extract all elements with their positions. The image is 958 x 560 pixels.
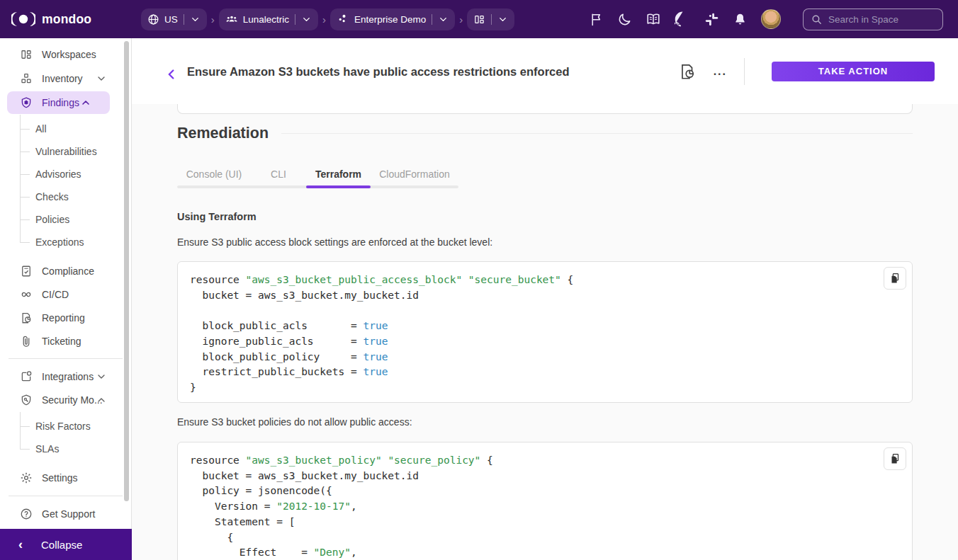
flag-button[interactable] [589,12,604,27]
paperclip-icon [20,335,33,348]
sidebar-item-risk-factors[interactable]: Risk Factors [0,415,131,438]
workspace-selector[interactable] [467,8,514,30]
sidebar-item-vulnerabilities[interactable]: Vulnerabilities [0,140,131,163]
sidebar-item-reporting[interactable]: Reporting [0,306,131,329]
sidebar-item-label: All [35,123,47,135]
gear-icon [20,472,33,484]
page-title: Ensure Amazon S3 buckets have public acc… [187,65,570,79]
search-box[interactable] [803,8,943,30]
org-label: Lunalectric [243,14,289,25]
chip-divider [295,14,295,25]
chevron-down-icon[interactable] [96,73,107,84]
breadcrumb: US › Lunalectric › [141,8,514,30]
avatar[interactable] [761,9,781,29]
code-line: bucket = aws_s3_bucket.my_bucket.id [190,288,900,304]
sidebar-item-label: Inventory [42,73,83,84]
sidebar-item-inventory[interactable]: Inventory [0,67,131,91]
findings-shield-bug-icon [20,96,33,109]
region-label: US [164,14,178,25]
chevron-down-icon[interactable] [301,14,312,25]
sidebar-item-exceptions[interactable]: Exceptions [0,231,131,253]
more-options-button[interactable]: ... [714,65,727,78]
remediation-paragraph-1: Ensure S3 public access block settings a… [177,236,492,248]
sidebar-item-compliance[interactable]: Compliance [0,259,131,282]
chevron-down-icon[interactable] [190,14,201,25]
chevron-down-icon[interactable] [96,371,107,382]
sidebar-item-get-support[interactable]: Get Support [0,502,131,526]
chevron-up-icon[interactable] [80,97,91,108]
chevron-down-icon[interactable] [497,14,508,25]
compliance-icon [20,265,33,278]
copy-button[interactable] [884,267,906,290]
chevron-right-separator: › [459,13,463,25]
search-input[interactable] [828,14,928,25]
findings-subnav: All Vulnerabilities Advisories Checks Po… [0,118,131,253]
report-button[interactable] [678,62,697,81]
security-subnav: Risk Factors SLAs [0,415,131,460]
sidebar-item-label: Integrations [42,371,94,382]
sidebar-item-label: Settings [42,472,78,484]
bell-icon [733,12,748,27]
main-content: Ensure Amazon S3 buckets have public acc… [132,38,958,560]
sidebar-item-cicd[interactable]: CI/CD [0,282,131,306]
chevron-up-icon[interactable] [96,394,107,406]
theme-toggle-button[interactable] [617,12,632,27]
previous-card-bottom [177,104,913,114]
tab-cloudformation[interactable]: CloudFormation [371,163,458,185]
sidebar-item-integrations[interactable]: Integrations [0,365,131,388]
org-selector[interactable]: Lunalectric [219,8,318,30]
remediation-tabs: Console (UI) CLI Terraform CloudFormatio… [177,163,458,188]
sidebar-item-label: Exceptions [35,236,84,248]
remediation-paragraph-2: Ensure S3 bucket policies do not allow p… [177,416,412,428]
slack-button[interactable] [704,12,719,27]
reporting-icon [20,312,33,324]
sidebar-item-ticketing[interactable]: Ticketing [0,329,131,353]
code-block-terraform-bucket-policy: resource "aws_s3_bucket_policy" "secure_… [177,442,913,560]
sidebar-item-findings-all[interactable]: All [0,118,131,140]
chevron-left-icon: ‹ [18,537,23,552]
copy-button[interactable] [884,447,906,470]
sidebar: Workspaces Inventory Findings A [0,38,132,560]
sidebar-item-policies[interactable]: Policies [0,208,131,231]
sidebar-item-label: Get Support [42,508,96,520]
sidebar-item-workspaces[interactable]: Workspaces [0,42,131,67]
code-line: } [190,380,900,396]
sidebar-item-slas[interactable]: SLAs [0,438,131,460]
sidebar-item-label: Risk Factors [35,421,91,432]
header-actions: ... TAKE ACTION [678,38,935,104]
moon-icon [617,12,632,27]
tab-terraform[interactable]: Terraform [306,163,371,185]
chevron-right-separator: › [322,13,326,25]
remediation-subheading: Using Terraform [177,211,257,222]
github-button[interactable] [675,11,691,28]
sidebar-item-checks[interactable]: Checks [0,185,131,208]
sidebar-item-label: Reporting [42,312,85,324]
brand-name: mondoo [42,12,91,27]
tab-console-ui[interactable]: Console (UI) [177,163,251,185]
region-selector[interactable]: US [141,8,207,30]
brand[interactable]: mondoo [0,11,141,28]
sidebar-item-label: Findings [42,97,79,108]
sidebar-item-label: CI/CD [42,289,69,300]
chevron-down-icon[interactable] [438,14,449,25]
take-action-button[interactable]: TAKE ACTION [772,62,935,81]
notifications-button[interactable] [733,12,748,27]
sidebar-item-security-model[interactable]: Security Mo... [0,388,131,411]
sidebar-item-findings[interactable]: Findings [7,91,110,114]
search-icon [811,13,823,25]
sidebar-item-settings[interactable]: Settings [0,466,131,490]
back-button[interactable] [160,63,183,86]
sidebar-divider [9,496,123,496]
code-line: { [190,530,900,546]
collapse-button[interactable]: ‹ Collapse [0,529,132,560]
tab-cli[interactable]: CLI [251,163,306,185]
space-selector[interactable]: Enterprise Demo [330,8,455,30]
sidebar-item-advisories[interactable]: Advisories [0,163,131,185]
top-navbar: mondoo US › [0,0,958,38]
sidebar-scrollbar[interactable] [124,41,129,501]
sidebar-item-label: Advisories [35,168,81,180]
docs-button[interactable] [646,11,661,27]
section-title: Remediation [177,125,269,142]
chip-divider [184,14,184,25]
sidebar-divider [9,358,123,359]
